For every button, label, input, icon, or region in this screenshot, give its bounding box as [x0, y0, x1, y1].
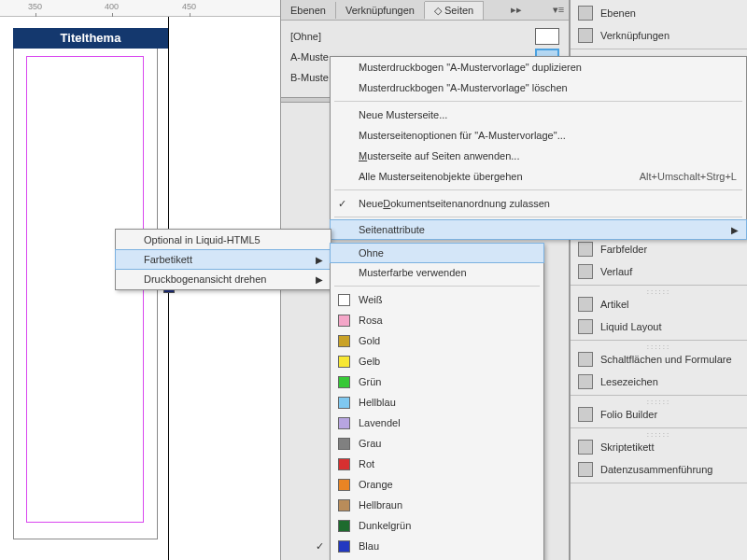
dock-item-folio[interactable]: Folio Builder [571, 403, 747, 426]
color-swatch [338, 397, 350, 409]
dock-label: Liquid Layout [600, 321, 661, 332]
dock-item-links[interactable]: Verknüpfungen [571, 24, 747, 47]
dock-label: Verlauf [600, 266, 632, 277]
color-swatch [338, 438, 350, 450]
color-option-gold[interactable]: Gold [331, 330, 543, 351]
dock-label: Artikel [600, 299, 629, 310]
dock-item-swatches[interactable]: Farbfelder [571, 238, 747, 260]
links-icon [578, 28, 593, 43]
color-swatch [338, 315, 350, 327]
menu-accelerator: Alt+Umschalt+Strg+L [640, 171, 737, 182]
layers-icon [578, 6, 593, 21]
dock-item-datamerge[interactable]: Datenzusammenführung [571, 458, 747, 481]
ruler-tick: 450 [182, 2, 196, 11]
color-option-label: Orange [359, 479, 393, 490]
color-swatch [338, 294, 350, 306]
color-option-gelb[interactable]: Gelb [331, 351, 543, 371]
dock-item-layers[interactable]: Ebenen [571, 2, 747, 24]
pages-panel-context-menu[interactable]: Musterdruckbogen "A-Mustervorlage" dupli… [330, 56, 747, 240]
color-option-label: Grau [359, 438, 381, 449]
menu-allow-reflow[interactable]: ✓Neue Dokumentseitenanordnung zulassen [331, 193, 746, 214]
menu-separator [334, 101, 742, 102]
color-swatch [338, 458, 350, 470]
menu-apply-master[interactable]: Musterseite auf Seiten anwenden... [331, 146, 746, 166]
color-option-label: Hellblau [359, 397, 396, 408]
dock-label: Schaltflächen und Formulare [600, 354, 732, 365]
color-option-grau[interactable]: Grau [331, 433, 543, 454]
tab-links[interactable]: Verknüpfungen [336, 2, 425, 19]
menu-separator [334, 189, 742, 190]
menu-duplicate-master[interactable]: Musterdruckbogen "A-Mustervorlage" dupli… [331, 57, 746, 77]
color-option-blau[interactable]: ✓Blau [331, 536, 543, 556]
color-option-lavendel[interactable]: Lavendel [331, 413, 543, 433]
ruler-tick: 400 [105, 2, 119, 11]
tab-pages-label: Seiten [444, 5, 473, 16]
article-icon [578, 297, 593, 312]
dock-item-scriptlabel[interactable]: Skriptetikett [571, 436, 747, 458]
panel-collapse-icon[interactable]: ▸▸ [506, 4, 527, 16]
panel-menu-icon[interactable]: ▾≡ [548, 4, 569, 16]
tab-pages[interactable]: ◇ Seiten [425, 1, 484, 20]
dock-item-gradient[interactable]: Verlauf [571, 260, 747, 283]
color-option-rosa[interactable]: Rosa [331, 310, 543, 330]
color-option-violett[interactable]: Violett [331, 556, 543, 560]
dock-label: Lesezeichen [600, 376, 658, 387]
folio-icon [578, 407, 593, 422]
color-option-label: Gold [359, 335, 380, 346]
page-attributes-submenu[interactable]: Optional in Liquid-HTML5 Farbetikett▶ Dr… [115, 229, 331, 290]
bookmark-icon [578, 374, 593, 389]
color-label-submenu[interactable]: Ohne Musterfarbe verwenden WeißRosaGoldG… [330, 243, 544, 560]
color-option-hellblau[interactable]: Hellblau [331, 392, 543, 413]
color-option-dunkelgrün[interactable]: Dunkelgrün [331, 515, 543, 536]
master-none-thumb[interactable] [535, 28, 559, 45]
menu-separator [334, 286, 540, 287]
ruler-horizontal: 350 400 450 [0, 0, 280, 17]
color-option-orange[interactable]: Orange [331, 474, 543, 495]
color-option-label: Grün [359, 376, 381, 387]
swatches-icon [578, 242, 593, 257]
menu-separator [334, 217, 742, 217]
check-icon: ✓ [338, 198, 346, 210]
submenu-arrow-icon: ▶ [316, 255, 323, 265]
dock-item-bookmarks[interactable]: Lesezeichen [571, 371, 747, 393]
dock-label: Datenzusammenführung [600, 464, 712, 475]
color-swatch [338, 335, 350, 347]
color-option-label: Hellbraun [359, 499, 402, 511]
dock-item-buttons[interactable]: Schaltflächen und Formulare [571, 348, 747, 371]
panel-tab-row: Ebenen Verknüpfungen ◇ Seiten ▸▸ ▾≡ [281, 0, 569, 21]
color-use-master[interactable]: Musterfarbe verwenden [331, 262, 543, 283]
master-none-row[interactable]: [Ohne] [290, 26, 559, 47]
menu-override-all[interactable]: Alle Musterseitenobjekte übergehenAlt+Um… [331, 166, 746, 187]
color-swatch [338, 376, 350, 388]
submenu-arrow-icon: ▶ [316, 274, 323, 285]
master-a-label: A-Muste [290, 51, 329, 63]
menu-optional-liquid[interactable]: Optional in Liquid-HTML5 [116, 230, 331, 250]
color-swatch [338, 540, 350, 553]
color-swatch [338, 499, 350, 511]
color-option-rot[interactable]: Rot [331, 454, 543, 474]
dock-item-article[interactable]: Artikel [571, 293, 747, 315]
dock-label: Verknüpfungen [600, 30, 669, 41]
tab-layers[interactable]: Ebenen [281, 2, 336, 19]
menu-new-master[interactable]: Neue Musterseite... [331, 105, 746, 125]
color-option-grün[interactable]: Grün [331, 371, 543, 392]
dock-label: Skriptetikett [600, 441, 654, 453]
menu-rotate-spread[interactable]: Druckbogenansicht drehen▶ [116, 269, 331, 289]
color-option-label: Dunkelgrün [359, 520, 411, 531]
menu-page-attributes[interactable]: Seitenattribute▶ [330, 219, 747, 240]
gradient-icon [578, 264, 593, 279]
color-option-hellbraun[interactable]: Hellbraun [331, 495, 543, 515]
color-swatch [338, 479, 350, 491]
color-swatch [338, 356, 350, 368]
dock-item-liquid[interactable]: Liquid Layout [571, 315, 747, 338]
ruler-tick: 350 [28, 2, 42, 11]
menu-color-label[interactable]: Farbetikett▶ [115, 249, 331, 270]
color-none[interactable]: Ohne [330, 243, 544, 263]
master-none-label: [Ohne] [290, 31, 321, 42]
color-option-label: Gelb [359, 356, 380, 367]
forms-icon [578, 352, 593, 367]
menu-delete-master[interactable]: Musterdruckbogen "A-Mustervorlage" lösch… [331, 77, 746, 98]
color-option-weiß[interactable]: Weiß [331, 289, 543, 310]
menu-master-options[interactable]: Musterseitenoptionen für "A-Mustervorlag… [331, 125, 746, 146]
datamerge-icon [578, 462, 593, 477]
